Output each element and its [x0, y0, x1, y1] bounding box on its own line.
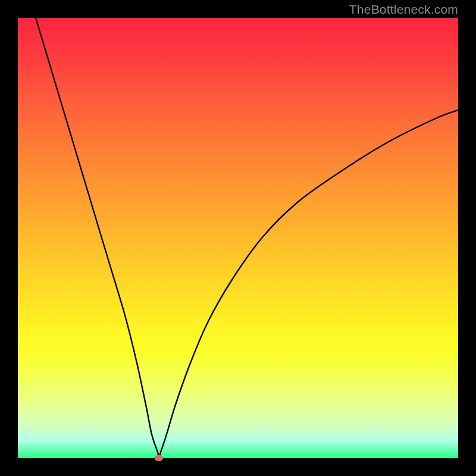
- chart-frame: TheBottleneck.com: [0, 0, 476, 476]
- watermark-text: TheBottleneck.com: [349, 2, 458, 17]
- bottleneck-curve: [18, 18, 458, 458]
- minimum-marker: [155, 455, 163, 461]
